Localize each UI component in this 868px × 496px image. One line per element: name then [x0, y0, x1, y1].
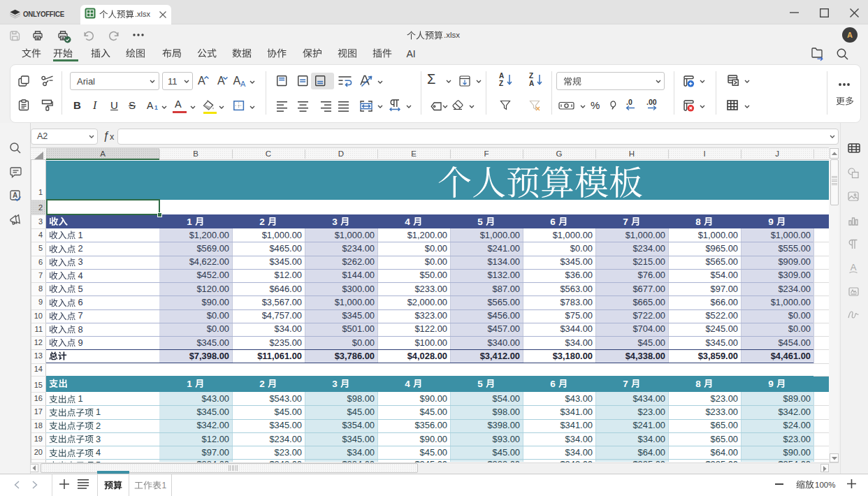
svg-text:A: A	[851, 262, 857, 272]
svg-text:A: A	[13, 191, 17, 199]
